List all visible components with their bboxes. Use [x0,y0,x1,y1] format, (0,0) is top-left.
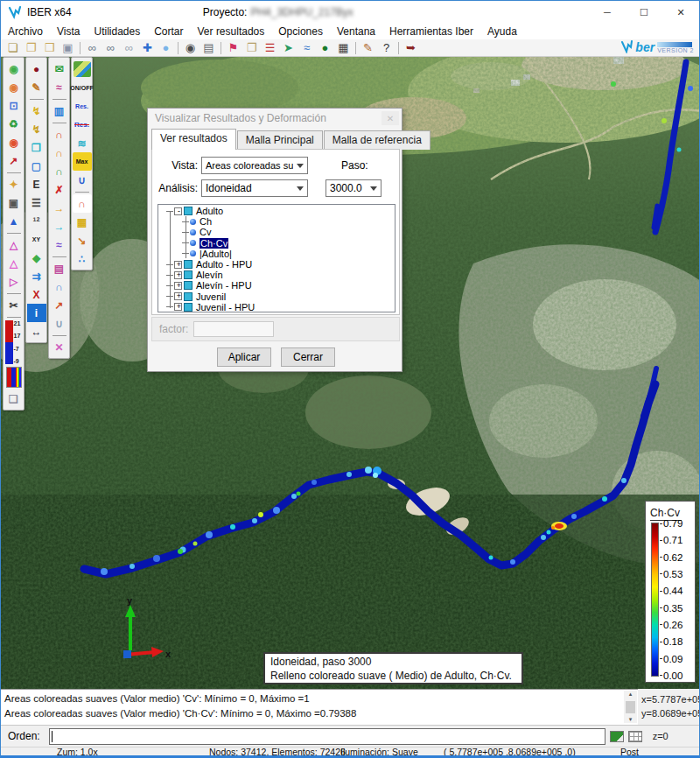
menu-item[interactable]: Ver resultados [191,25,272,39]
tab-malla-principal[interactable]: Malla Principal [237,130,323,150]
graph-xy-icon[interactable]: ✕ [50,338,69,356]
tree-expander-icon[interactable] [174,261,182,269]
perspective-icon[interactable]: △ [4,235,24,254]
terrain-onoff-icon[interactable]: ON/OFF [73,79,92,97]
results-fan-icon[interactable]: ⚑ [224,40,242,56]
numbering-icon[interactable]: ¹² [27,212,46,230]
message-scrollbar[interactable]: ▴ ▾ [624,691,637,723]
rotate-view-icon[interactable]: ↗ [4,151,24,170]
animation-film-icon[interactable]: ▦ [334,40,353,56]
tree-expander-icon[interactable] [174,271,182,279]
scissors-icon[interactable]: ✂ [4,296,24,314]
delete-labels-icon[interactable]: ✗ [50,180,69,199]
edit-note-icon[interactable]: ✎ [359,40,377,56]
list-lines-icon[interactable]: ☰ [27,193,46,212]
vectors-orange-icon[interactable]: → [50,199,69,217]
grid-toggle-icon[interactable] [628,731,642,742]
tree-item[interactable]: Adulto [158,206,395,216]
columns-icon[interactable]: ▥ [50,102,69,120]
send-results-icon[interactable]: ✉ [50,60,69,78]
tree-item[interactable]: Cv [158,227,395,237]
rocket-icon[interactable]: ↗ [50,296,69,314]
analisis-select[interactable]: Idoneidad [201,179,308,197]
scroll-up-icon[interactable]: ▴ [629,691,633,698]
preview-chart-icon[interactable]: ▲ [4,212,24,230]
zoom-in-lens-icon[interactable]: ◉ [4,60,24,78]
aplicar-button[interactable]: Aplicar [217,347,271,367]
contour-thin-icon[interactable]: ∩ [50,162,69,180]
dimension-icon[interactable]: E [27,175,46,193]
zoom-dynamic-glasses-icon[interactable]: ∞ [120,40,138,56]
material-dot-icon[interactable]: ● [27,60,46,78]
tab-ver-resultados[interactable]: Ver resultados [151,129,236,150]
no-results-icon[interactable]: Res. [73,116,92,134]
tree-item[interactable]: Ch [158,216,395,227]
pages-icon[interactable]: ❐ [242,40,261,56]
zoom-sphere-icon[interactable]: ● [157,40,175,56]
cerrar-button[interactable]: Cerrar [281,347,335,367]
render-lighting-icon[interactable]: ◉ [4,133,24,151]
rainbow-band-icon[interactable]: ≈ [50,235,69,254]
tree-item[interactable]: |Adulto| [158,249,395,259]
menu-item[interactable]: Utilidades [87,25,147,39]
pan-icon[interactable]: ✚ [138,40,157,56]
stripes-icon[interactable]: ▤ [50,259,69,277]
measure-points-icon[interactable]: ↔ [27,322,46,340]
grid-yellow-icon[interactable]: ▦ [73,213,92,231]
menu-item[interactable]: Archivo [1,25,50,39]
cut-plane-icon[interactable]: ▷ [4,272,24,291]
xy-axes-icon[interactable]: XY [27,230,46,249]
max-values-icon[interactable]: Max [73,152,92,171]
xmax-xmin-icon[interactable]: X [27,285,46,304]
minimize-button[interactable]: ─ [589,1,626,24]
tab-malla-referencia[interactable]: Malla de referencia [324,130,430,150]
path-arrows-icon[interactable]: ⇉ [27,267,46,285]
section-u-icon[interactable]: ∪ [73,171,92,189]
wand-1-icon[interactable]: ↯ [27,102,46,120]
results-arrow-icon[interactable]: ➤ [279,40,298,56]
render-mode-icon[interactable] [610,731,624,742]
layers-book-icon[interactable]: ❐ [27,138,46,157]
layers-stack-icon[interactable]: ≋ [73,134,92,152]
helmet-contour-icon[interactable]: ∩ [50,277,69,296]
wand-2-icon[interactable]: ↯ [27,120,46,138]
paso-select[interactable]: 3000.0 [326,179,382,197]
clip-frame-icon[interactable]: ▣ [4,193,24,212]
tree-item[interactable]: Alevín [158,270,395,280]
curve-graph-icon[interactable]: ∩ [73,194,92,213]
zoom-frame-icon[interactable]: ⊡ [4,96,24,115]
import-project-icon[interactable]: ❒ [40,40,59,56]
help-icon[interactable]: ? [377,40,396,56]
layers-icon[interactable]: ☰ [261,40,279,56]
colorbar-icon[interactable] [6,367,22,388]
scroll-down-icon[interactable]: ▾ [629,716,633,723]
close-button[interactable]: ✕ [662,1,699,24]
tree-item[interactable]: Juvenil - HPU [158,302,395,312]
menu-item[interactable]: Vista [50,25,87,39]
eraser-icon[interactable]: ◆ [27,249,46,267]
edit-pencil-icon[interactable]: ✎ [27,78,46,96]
tree-item[interactable]: Alevín - HPU [158,280,395,291]
selection-frame-icon[interactable]: ▢ [27,157,46,175]
print-icon[interactable]: ▤ [200,40,218,56]
open-project-icon[interactable]: ❐ [22,40,40,56]
tree-expander-icon[interactable] [174,303,182,311]
vectors-cyan-icon[interactable]: → [50,217,69,235]
snapshot-camera-icon[interactable]: ◉ [181,40,200,56]
stream-arrow-icon[interactable]: ↘ [73,231,92,249]
annotate-note-icon[interactable]: ❑ [4,390,24,408]
menu-item[interactable]: Opciones [271,25,330,39]
tree-expander-icon[interactable] [174,207,182,215]
render-sphere-icon[interactable]: ● [316,40,334,56]
tree-item[interactable]: Juvenil [158,291,395,302]
tree-expander-icon[interactable] [174,292,182,300]
zoom-out-glasses-icon[interactable]: ∞ [102,40,120,56]
zoom-in-glasses-icon[interactable]: ∞ [83,40,102,56]
scroll-thumb[interactable] [626,701,635,713]
zoom-out-lens-icon[interactable]: ◉ [4,78,24,96]
duct-icon[interactable]: ∪ [50,314,69,333]
light-source-icon[interactable]: ✦ [4,175,24,193]
splash-icon[interactable]: ∴ [73,249,92,268]
menu-item[interactable]: Ventana [330,25,382,39]
maximize-button[interactable]: ☐ [626,1,662,24]
